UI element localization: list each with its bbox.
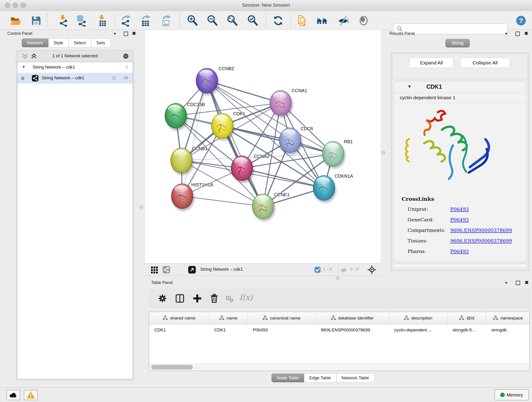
hide-unhide-icon[interactable] [337,15,349,27]
node-HIST1H1A[interactable] [171,184,193,209]
help-button[interactable]: ? [515,15,526,26]
save-session-icon[interactable] [30,15,42,27]
collapse-all-button[interactable]: Collapse All [460,57,510,68]
cell-namespace[interactable]: stringdb [486,324,530,336]
edge-CDK1-RB1[interactable] [222,126,333,154]
import-network-from-database-icon[interactable] [75,15,87,27]
column-header-shared-name[interactable]: shared name [149,312,209,324]
crosslink-link[interactable]: P06493 [450,217,469,223]
show-columns-icon[interactable] [175,293,185,304]
panel-close-icon[interactable]: ✖ [525,280,529,285]
panel-close-icon[interactable]: ✖ [132,31,136,36]
cell-description[interactable]: cyclin-dependent ... [389,324,447,336]
node-CCNB1[interactable] [171,148,192,173]
tab-network[interactable]: Network [22,38,48,47]
horizontal-scrollbar[interactable] [149,364,529,370]
expand-all-button[interactable]: Expand All [409,57,453,68]
node-CDK1[interactable] [211,113,233,138]
fit-content-crosshair-icon[interactable] [367,265,377,274]
crosslink-link[interactable]: P06493 [450,249,469,254]
column-header-name[interactable]: name [209,312,248,324]
crosslink-link[interactable]: 9606.ENSP00000378699 [450,238,512,244]
crosslink-link[interactable]: 9606.ENSP00000378699 [450,228,512,233]
table-options-gear-icon[interactable] [157,293,168,304]
node-CDC25B[interactable] [165,103,187,128]
export-network-icon[interactable] [120,15,132,27]
cell-database-identifier[interactable]: 9606.ENSP00000378699 [316,324,389,336]
duplicate-network-icon[interactable] [297,15,308,27]
crosslink-link[interactable]: P06493 [450,206,469,212]
node-CDC6[interactable] [279,128,301,153]
edge-HIST1H1A-CCNE1[interactable] [182,196,263,206]
table-row[interactable]: CDK1CDK1P064939606.ENSP00000378699cyclin… [149,324,530,336]
network-view-canvas[interactable]: CCNB2CCNA1CDC25BCDK1CDC6RB1CCNB1CCNA2CDK… [145,30,381,263]
panel-close-icon[interactable]: ✖ [524,31,528,36]
right-splitter-handle[interactable] [381,151,385,154]
open-session-icon[interactable] [10,15,22,27]
cell--id[interactable]: stringdb:9... [447,324,486,336]
export-image-icon[interactable] [160,15,172,27]
edge-CCNB2-CCNE1[interactable] [207,81,263,206]
tab-node-table[interactable]: Node Table [272,374,304,382]
memory-button[interactable]: Memory [494,389,529,400]
left-splitter-handle[interactable] [139,205,143,209]
network-badge-gray-icon[interactable] [162,266,171,274]
birds-eye-view-icon[interactable] [188,266,196,274]
tab-edge-table[interactable]: Edge Table [304,374,336,382]
tab-string[interactable]: String [445,39,470,47]
scrollbar-thumb[interactable] [151,365,193,370]
node-CCNA1[interactable] [270,90,292,115]
import-table-icon[interactable] [96,15,108,27]
tab-network-table[interactable]: Network Table [336,374,374,382]
crosslinks-heading: CrossLinks [402,196,525,202]
network-row[interactable]: String Network – cdk1 11 48 [17,73,133,84]
selected-nodes-checkbox-icon[interactable] [314,267,321,273]
delete-column-trash-icon[interactable] [209,293,220,304]
node-CCNE1[interactable] [252,194,274,219]
cell-shared-name[interactable]: CDK1 [149,324,209,336]
collection-expand-icon[interactable]: ▼ [22,65,25,69]
column-header-canonical-name[interactable]: canonical name [248,312,316,324]
memory-status-dot [500,393,505,397]
export-table-icon[interactable] [140,15,152,27]
panel-menu-icon[interactable]: ▼ [113,32,117,36]
zoom-fit-icon[interactable] [226,15,238,27]
column-header--id[interactable]: @id [447,312,486,324]
node-CCNA2[interactable] [231,156,253,181]
column-header-description[interactable]: description [389,312,447,324]
grid-view-icon[interactable] [150,266,158,274]
network-collection-row[interactable]: ▼ String Network – cdk1 1 [17,62,133,73]
create-column-plus-icon[interactable] [192,293,203,304]
refresh-icon[interactable] [272,15,284,27]
panel-float-icon[interactable] [516,281,520,285]
column-header-namespace[interactable]: namespace [486,312,530,324]
panel-menu-icon[interactable]: ▼ [505,281,508,285]
zoom-selected-icon[interactable] [247,15,259,27]
home-networks-icon[interactable] [316,15,328,27]
network-edges[interactable] [145,30,381,263]
edge-CCNB2-HIST1H1A[interactable] [182,81,207,196]
cell-canonical-name[interactable]: P06493 [248,324,316,336]
panel-menu-icon[interactable]: ▼ [505,32,508,36]
gene-section: ▼ CDK1 cyclin-dependent kinase 1 [393,81,527,262]
cell-name[interactable]: CDK1 [209,324,248,336]
gene-section-header[interactable]: ▼ CDK1 [393,81,527,93]
window-title: Session: New Session [0,2,532,8]
tab-select[interactable]: Select [69,38,91,47]
panel-float-icon[interactable] [124,32,128,36]
section-collapse-icon[interactable]: ▼ [408,84,412,89]
tab-sets[interactable]: Sets [91,38,110,47]
edge-CCNB2-CCNA1[interactable] [207,81,281,103]
cloud-button[interactable] [6,390,20,400]
network-options-gear-icon[interactable] [122,52,130,60]
tab-style[interactable]: Style [48,38,69,47]
column-header-database-identifier[interactable]: database identifier [316,312,389,324]
node-RB1[interactable] [322,141,344,166]
zoom-in-icon[interactable] [186,15,198,27]
warnings-button[interactable] [24,390,38,400]
zoom-out-icon[interactable] [206,15,218,27]
panel-float-icon[interactable] [515,32,520,36]
node-CCNB2[interactable] [196,68,218,93]
import-network-icon[interactable] [57,15,70,27]
node-CDKN1A[interactable] [313,175,335,201]
